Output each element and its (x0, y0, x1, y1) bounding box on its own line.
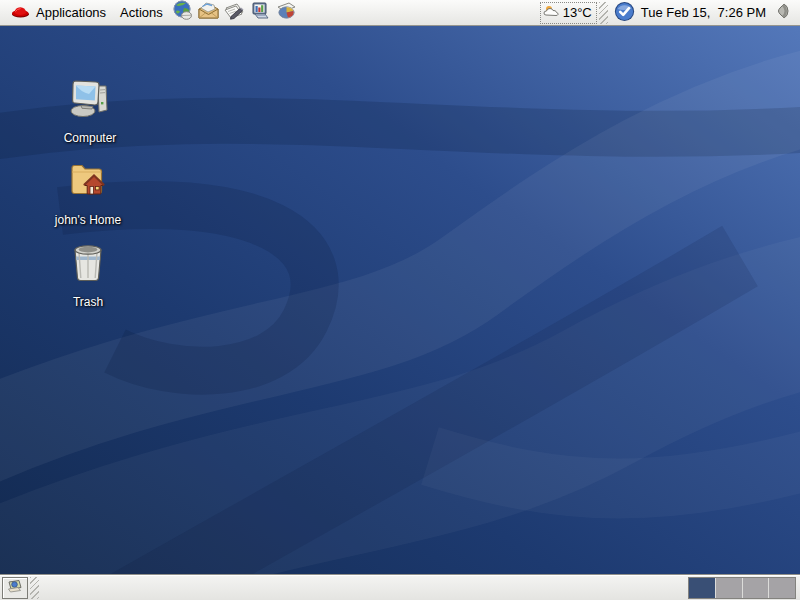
actions-menu-label: Actions (120, 5, 163, 20)
computer-icon (48, 76, 132, 124)
alert-notification-icon (614, 1, 635, 25)
word-processor-launcher[interactable] (222, 1, 248, 25)
applications-menu-label: Applications (36, 5, 106, 20)
spreadsheet-icon (275, 0, 298, 26)
trash-icon (46, 240, 130, 288)
clock-applet[interactable]: Tue Feb 15, 7:26 PM (610, 1, 770, 25)
web-browser-launcher[interactable] (170, 1, 196, 25)
web-browser-icon (172, 0, 194, 26)
desktop-icon-label: Trash (73, 295, 103, 309)
workspace-4[interactable] (768, 578, 795, 598)
clock-text: Tue Feb 15, 7:26 PM (641, 5, 766, 20)
email-icon (197, 0, 220, 26)
weather-temp: 13°C (563, 5, 592, 20)
workspace-2[interactable] (715, 578, 742, 598)
show-desktop-button[interactable] (2, 577, 28, 599)
desktop-icon-label: Computer (64, 131, 117, 145)
weather-applet[interactable]: 13°C (540, 2, 597, 24)
speaker-icon (774, 2, 792, 24)
home-folder-icon (46, 158, 130, 206)
applet-drag-handle[interactable] (599, 2, 608, 24)
desktop-icon-label: john's Home (55, 213, 121, 227)
workspace-1[interactable] (689, 578, 715, 598)
desktop[interactable]: Computer john's Home Trash (0, 26, 800, 574)
actions-menu[interactable]: Actions (113, 1, 170, 25)
email-launcher[interactable] (196, 1, 222, 25)
panel-drag-handle[interactable] (30, 577, 39, 599)
desktop-icon-home[interactable]: john's Home (46, 158, 130, 228)
desktop-icon-trash[interactable]: Trash (46, 240, 130, 310)
show-desktop-icon (6, 578, 24, 598)
spreadsheet-launcher[interactable] (274, 1, 300, 25)
volume-applet[interactable] (770, 1, 796, 25)
word-processor-icon (223, 0, 246, 26)
workspace-3[interactable] (742, 578, 769, 598)
desktop-icon-computer[interactable]: Computer (48, 76, 132, 146)
redhat-icon (11, 4, 30, 22)
workspace-switcher (688, 577, 796, 599)
weather-cloud-icon (543, 4, 561, 21)
presentation-launcher[interactable] (248, 1, 274, 25)
presentation-icon (249, 0, 272, 26)
bottom-panel (0, 574, 800, 600)
top-panel: Applications Actions (0, 0, 800, 26)
applications-menu[interactable]: Applications (4, 1, 113, 25)
